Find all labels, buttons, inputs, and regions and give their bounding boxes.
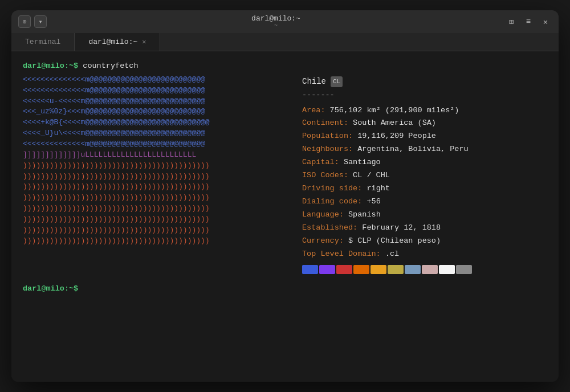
color-swatch bbox=[319, 265, 335, 274]
tld-value: .cl bbox=[381, 250, 399, 258]
neighbours-label: Neighbours: bbox=[302, 145, 353, 153]
currency-value: $ CLP (Chilean peso) bbox=[344, 236, 441, 245]
continent-value: South America (SA) bbox=[348, 119, 436, 127]
driving-line: Driving side: right bbox=[302, 183, 547, 195]
window-title: darl@milo:~ bbox=[47, 14, 505, 23]
established-label: Established: bbox=[302, 223, 357, 232]
command-line: darl@milo:~$ countryfetch bbox=[23, 60, 547, 72]
established-value: February 12, 1818 bbox=[357, 223, 441, 232]
ascii-line: ))))))))))))))))))))))))))))))))))))))))… bbox=[23, 203, 291, 214]
titlebar: ⊕ ▾ darl@milo:~ ~ ⊞ ≡ ✕ bbox=[11, 10, 559, 33]
area-line: Area: 756,102 km² (291,900 miles²) bbox=[302, 105, 547, 117]
population-line: Population: 19,116,209 People bbox=[302, 130, 547, 142]
grid-button[interactable]: ⊞ bbox=[505, 15, 518, 28]
country-name-text: Chile bbox=[302, 76, 326, 88]
close-button[interactable]: ✕ bbox=[539, 15, 552, 28]
color-swatch bbox=[456, 265, 472, 274]
ascii-line: ]]]]]]]]]]]]]uLLLLLLLLLLLLLLLLLLLLLLLLL bbox=[23, 150, 291, 161]
titlebar-left: ⊕ ▾ bbox=[18, 15, 47, 28]
neighbours-value: Argentina, Bolivia, Peru bbox=[353, 145, 469, 153]
window-subtitle: ~ bbox=[47, 23, 505, 29]
color-swatch bbox=[336, 265, 352, 274]
population-label: Population: bbox=[302, 132, 353, 140]
tld-label: Top Level Domain: bbox=[302, 250, 381, 258]
terminal-content: darl@milo:~$ countryfetch <<<<<<<<<<<<<<… bbox=[11, 51, 559, 382]
area-value: 756,102 km² (291,900 miles²) bbox=[325, 106, 459, 115]
ascii-line: <<<<<<u-<<<<<m@@@@@@@@@@@@@@@@@@@@@@@@@@… bbox=[23, 96, 291, 107]
continent-label: Continent: bbox=[302, 119, 348, 127]
area-label: Area: bbox=[302, 106, 325, 115]
new-tab-button[interactable]: ⊕ bbox=[18, 15, 31, 28]
color-swatches bbox=[302, 265, 547, 274]
dialing-line: Dialing code: +56 bbox=[302, 196, 547, 208]
dialing-label: Dialing code: bbox=[302, 197, 362, 206]
ascii-line: <<<<<<<<<<<<<<m@@@@@@@@@@@@@@@@@@@@@@@@@… bbox=[23, 139, 291, 150]
currency-line: Currency: $ CLP (Chilean peso) bbox=[302, 235, 547, 247]
ascii-line: <<<<_U}u\<<<<m@@@@@@@@@@@@@@@@@@@@@@@@@@… bbox=[23, 128, 291, 139]
language-label: Language: bbox=[302, 210, 344, 219]
tab-bar: Terminal darl@milo:~ ✕ bbox=[11, 33, 559, 51]
language-value: Spanish bbox=[344, 210, 381, 219]
prompt: darl@milo:~$ bbox=[23, 62, 78, 70]
iso-value: CL / CHL bbox=[348, 171, 390, 179]
established-line: Established: February 12, 1818 bbox=[302, 222, 547, 234]
capital-label: Capital: bbox=[302, 158, 339, 166]
tld-line: Top Level Domain: .cl bbox=[302, 248, 547, 260]
menu-button[interactable]: ≡ bbox=[522, 15, 535, 28]
iso-label: ISO Codes: bbox=[302, 171, 348, 179]
divider: ------- bbox=[302, 89, 547, 101]
ascii-line: ))))))))))))))))))))))))))))))))))))))))… bbox=[23, 225, 291, 236]
language-line: Language: Spanish bbox=[302, 209, 547, 221]
ascii-line: <<<_uz%0z}<<<m@@@@@@@@@@@@@@@@@@@@@@@@@@… bbox=[23, 107, 291, 117]
ascii-line: ))))))))))))))))))))))))))))))))))))))))… bbox=[23, 193, 291, 203]
terminal-window: ⊕ ▾ darl@milo:~ ~ ⊞ ≡ ✕ Terminal darl@mi… bbox=[11, 10, 559, 382]
content-area: <<<<<<<<<<<<<<m@@@@@@@@@@@@@@@@@@@@@@@@@… bbox=[23, 75, 547, 274]
tab-close-icon[interactable]: ✕ bbox=[142, 38, 146, 46]
neighbours-line: Neighbours: Argentina, Bolivia, Peru bbox=[302, 144, 547, 156]
tab-terminal[interactable]: Terminal bbox=[11, 33, 75, 51]
dialing-value: +56 bbox=[362, 197, 380, 206]
ascii-line: <<<<<<<<<<<<<<m@@@@@@@@@@@@@@@@@@@@@@@@@… bbox=[23, 85, 291, 96]
capital-line: Capital: Santiago bbox=[302, 157, 547, 169]
dropdown-icon: ▾ bbox=[38, 18, 42, 26]
driving-label: Driving side: bbox=[302, 184, 362, 193]
iso-line: ISO Codes: CL / CHL bbox=[302, 170, 547, 182]
ascii-line: ))))))))))))))))))))))))))))))))))))))))… bbox=[23, 161, 291, 172]
color-swatch bbox=[405, 265, 421, 274]
ascii-line: ))))))))))))))))))))))))))))))))))))))))… bbox=[23, 182, 291, 193]
population-value: 19,116,209 People bbox=[353, 132, 436, 140]
color-swatch bbox=[353, 265, 369, 274]
color-swatch bbox=[439, 265, 455, 274]
new-tab-icon: ⊕ bbox=[22, 18, 26, 26]
ascii-line: ))))))))))))))))))))))))))))))))))))))))… bbox=[23, 236, 291, 247]
command-text: countryfetch bbox=[78, 62, 138, 70]
ascii-art: <<<<<<<<<<<<<<m@@@@@@@@@@@@@@@@@@@@@@@@@… bbox=[23, 75, 291, 274]
capital-value: Santiago bbox=[339, 158, 381, 166]
color-swatch bbox=[422, 265, 438, 274]
bottom-prompt: darl@milo:~$ bbox=[23, 283, 547, 295]
info-panel: Chile CL ------- Area: 756,102 km² (291,… bbox=[302, 75, 547, 274]
bottom-prompt-text: darl@milo:~$ bbox=[23, 284, 78, 293]
color-swatch bbox=[388, 265, 404, 274]
tab-darl[interactable]: darl@milo:~ ✕ bbox=[75, 33, 160, 51]
ascii-line: ))))))))))))))))))))))))))))))))))))))))… bbox=[23, 172, 291, 182]
ascii-line: <<<<<<<<<<<<<<m@@@@@@@@@@@@@@@@@@@@@@@@@… bbox=[23, 75, 291, 85]
ascii-line: <<<<+k@B{<<<<m@@@@@@@@@@@@@@@@@@@@@@@@@@… bbox=[23, 117, 291, 128]
country-badge: CL bbox=[331, 76, 343, 87]
driving-value: right bbox=[362, 184, 390, 193]
titlebar-right: ⊞ ≡ ✕ bbox=[505, 15, 552, 28]
dropdown-button[interactable]: ▾ bbox=[34, 15, 47, 28]
continent-line: Continent: South America (SA) bbox=[302, 117, 547, 129]
country-header: Chile CL bbox=[302, 76, 547, 88]
color-swatch bbox=[302, 265, 318, 274]
ascii-line: ))))))))))))))))))))))))))))))))))))))))… bbox=[23, 214, 291, 225]
color-swatch bbox=[370, 265, 386, 274]
currency-label: Currency: bbox=[302, 236, 344, 245]
